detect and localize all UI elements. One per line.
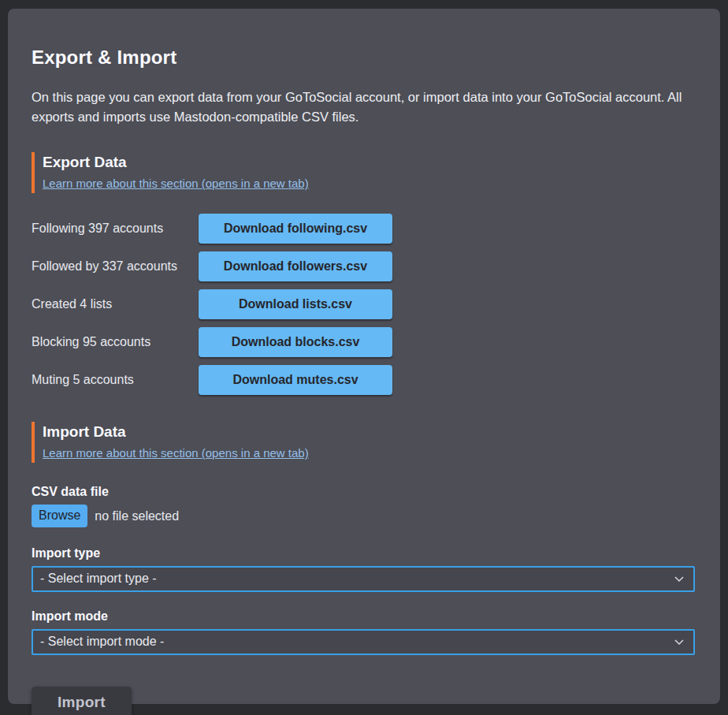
import-mode-select-wrap: - Select import mode - <box>32 629 696 655</box>
export-section: Export Data Learn more about this sectio… <box>32 152 696 395</box>
export-rows: Following 397 accounts Download followin… <box>32 214 696 395</box>
import-mode-label: Import mode <box>32 609 696 624</box>
import-type-select[interactable]: - Select import type - <box>32 566 695 592</box>
import-section: Import Data Learn more about this sectio… <box>32 422 696 715</box>
download-mutes-button[interactable]: Download mutes.csv <box>199 365 392 395</box>
export-section-header: Export Data Learn more about this sectio… <box>32 152 696 193</box>
file-status-text: no file selected <box>95 509 179 523</box>
export-row-lists: Created 4 lists Download lists.csv <box>32 289 696 319</box>
export-learn-more-link[interactable]: Learn more about this section (opens in … <box>43 177 309 190</box>
export-row-following: Following 397 accounts Download followin… <box>32 214 696 244</box>
import-learn-more-link[interactable]: Learn more about this section (opens in … <box>43 446 309 460</box>
page-title: Export & Import <box>32 47 696 69</box>
import-type-label: Import type <box>32 546 696 560</box>
import-section-title: Import Data <box>43 423 696 441</box>
import-type-select-wrap: - Select import type - <box>32 566 696 592</box>
export-row-blocks: Blocking 95 accounts Download blocks.csv <box>32 327 696 357</box>
export-row-label: Followed by 337 accounts <box>32 259 199 274</box>
csv-file-input[interactable]: Browse no file selected <box>32 505 696 527</box>
import-mode-select[interactable]: - Select import mode - <box>32 629 695 655</box>
download-followers-button[interactable]: Download followers.csv <box>199 251 392 281</box>
export-row-label: Blocking 95 accounts <box>32 335 199 349</box>
csv-file-field: CSV data file Browse no file selected <box>32 485 696 527</box>
download-following-button[interactable]: Download following.csv <box>199 214 392 244</box>
download-blocks-button[interactable]: Download blocks.csv <box>199 327 392 357</box>
import-button[interactable]: Import <box>32 687 132 715</box>
export-section-title: Export Data <box>43 154 696 171</box>
import-mode-field: Import mode - Select import mode - <box>32 609 696 655</box>
export-row-label: Following 397 accounts <box>32 222 199 236</box>
csv-file-label: CSV data file <box>32 485 696 499</box>
export-row-followers: Followed by 337 accounts Download follow… <box>32 251 696 281</box>
export-row-mutes: Muting 5 accounts Download mutes.csv <box>32 365 696 395</box>
export-row-label: Created 4 lists <box>32 297 199 311</box>
import-section-header: Import Data Learn more about this sectio… <box>32 422 696 463</box>
export-import-panel: Export & Import On this page you can exp… <box>8 9 720 704</box>
export-row-label: Muting 5 accounts <box>32 373 199 387</box>
import-type-field: Import type - Select import type - <box>32 546 696 592</box>
download-lists-button[interactable]: Download lists.csv <box>199 289 392 319</box>
page-description: On this page you can export data from yo… <box>32 88 696 127</box>
browse-button[interactable]: Browse <box>32 505 87 527</box>
